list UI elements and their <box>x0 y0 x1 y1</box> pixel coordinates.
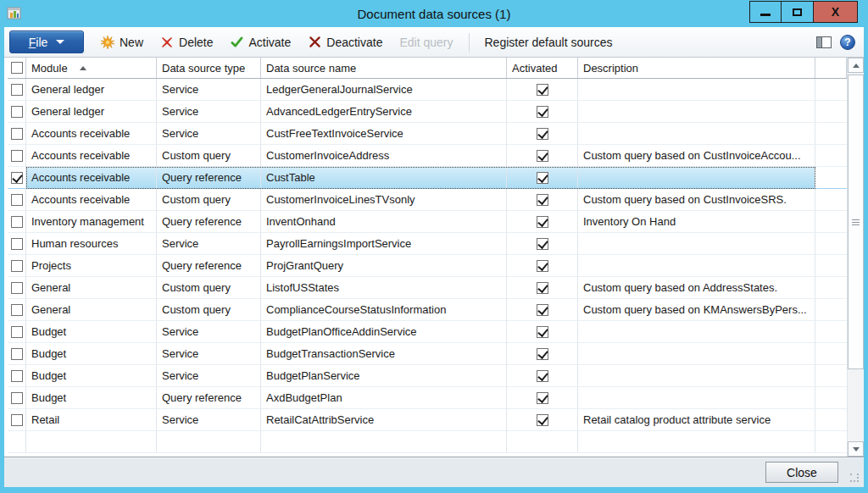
module-cell[interactable]: Inventory management <box>26 211 157 233</box>
activate-button[interactable]: Activate <box>221 30 299 54</box>
table-row[interactable]: Inventory management Query reference Inv… <box>8 211 847 233</box>
data-source-name-cell[interactable]: ProjGrantQuery <box>261 255 507 277</box>
description-cell[interactable] <box>578 321 815 343</box>
module-cell[interactable]: Accounts receivable <box>26 145 157 167</box>
row-gutter-cell[interactable] <box>8 101 26 123</box>
activated-checkbox[interactable] <box>537 238 548 250</box>
activated-cell[interactable] <box>507 321 578 343</box>
column-header-description[interactable]: Description <box>578 58 815 78</box>
activated-cell[interactable] <box>507 387 578 409</box>
data-source-name-cell[interactable]: AxdBudgetPlan <box>261 387 507 409</box>
description-cell[interactable] <box>578 167 815 189</box>
data-source-type-cell[interactable]: Query reference <box>157 387 261 409</box>
data-source-name-cell[interactable]: BudgetPlanService <box>261 365 507 387</box>
activated-checkbox[interactable] <box>537 304 548 316</box>
table-row[interactable]: General Custom query ListofUSStates Cust… <box>8 277 847 299</box>
column-header-data-source-name[interactable]: Data source name <box>261 58 507 78</box>
activated-checkbox[interactable] <box>537 392 548 404</box>
activated-checkbox[interactable] <box>537 348 548 360</box>
table-row[interactable]: Budget Service BudgetTransactionService <box>8 343 847 365</box>
empty-row[interactable] <box>8 431 847 453</box>
data-source-type-cell[interactable]: Custom query <box>157 189 261 211</box>
activated-cell[interactable] <box>507 145 578 167</box>
table-row[interactable]: General Custom query ComplianceCourseSta… <box>8 299 847 321</box>
row-gutter-cell[interactable] <box>8 233 26 255</box>
maximize-button[interactable] <box>782 1 814 23</box>
row-gutter-cell[interactable] <box>8 255 26 277</box>
module-cell[interactable]: Budget <box>26 387 157 409</box>
activated-checkbox[interactable] <box>537 260 548 272</box>
activated-checkbox[interactable] <box>537 326 548 338</box>
data-source-name-cell[interactable]: AdvancedLedgerEntryService <box>261 101 507 123</box>
column-header-module[interactable]: Module <box>26 58 157 78</box>
description-cell[interactable]: Inventory On Hand <box>578 211 815 233</box>
row-gutter-cell[interactable] <box>8 299 26 321</box>
row-gutter-cell[interactable] <box>8 167 26 189</box>
data-source-type-cell[interactable]: Service <box>157 79 261 101</box>
module-cell[interactable]: General ledger <box>26 79 157 101</box>
activated-checkbox[interactable] <box>537 106 548 118</box>
data-source-name-cell[interactable]: PayrollEarningsImportService <box>261 233 507 255</box>
scrollbar-track[interactable] <box>848 73 864 441</box>
activated-cell[interactable] <box>507 123 578 145</box>
module-cell[interactable]: Budget <box>26 365 157 387</box>
table-row[interactable]: Projects Query reference ProjGrantQuery <box>8 255 847 277</box>
minimize-button[interactable] <box>749 1 782 23</box>
data-source-name-cell[interactable]: ListofUSStates <box>261 277 507 299</box>
file-menu-button[interactable]: File <box>9 30 84 53</box>
select-all-checkbox[interactable] <box>11 62 23 74</box>
description-cell[interactable]: Custom query based on AddressStates. <box>578 277 815 299</box>
pane-toggle-icon[interactable] <box>816 36 832 48</box>
description-cell[interactable] <box>578 123 815 145</box>
description-cell[interactable]: Retail catalog product attribute service <box>578 409 815 431</box>
data-source-name-cell[interactable]: InventOnhand <box>261 211 507 233</box>
module-cell[interactable]: General ledger <box>26 101 157 123</box>
row-gutter-cell[interactable] <box>8 387 26 409</box>
data-source-name-cell[interactable]: CustomerInvoiceAddress <box>261 145 507 167</box>
description-cell[interactable]: Custom query based on KMAnswersByPers... <box>578 299 815 321</box>
row-gutter-cell[interactable] <box>8 123 26 145</box>
description-cell[interactable] <box>578 233 815 255</box>
activated-checkbox[interactable] <box>537 84 548 96</box>
data-source-name-cell[interactable]: RetailCatAttribService <box>261 409 507 431</box>
activated-cell[interactable] <box>507 167 578 189</box>
activated-checkbox[interactable] <box>537 282 548 294</box>
description-cell[interactable] <box>578 365 815 387</box>
data-source-type-cell[interactable]: Custom query <box>157 145 261 167</box>
activated-checkbox[interactable] <box>537 194 548 206</box>
activated-cell[interactable] <box>507 277 578 299</box>
row-select-checkbox[interactable] <box>11 326 23 338</box>
row-select-checkbox[interactable] <box>11 128 23 140</box>
row-gutter-cell[interactable] <box>8 211 26 233</box>
data-source-type-cell[interactable]: Service <box>157 409 261 431</box>
table-row[interactable]: Accounts receivable Custom query Custome… <box>8 189 847 211</box>
row-select-checkbox[interactable] <box>11 172 23 184</box>
activated-checkbox[interactable] <box>537 150 548 162</box>
description-cell[interactable]: Custom query based on CustInvoiceAccou..… <box>578 145 815 167</box>
table-row[interactable]: Budget Service BudgetPlanService <box>8 365 847 387</box>
row-select-checkbox[interactable] <box>11 260 23 272</box>
column-header-data-source-type[interactable]: Data source type <box>157 58 261 78</box>
close-button[interactable]: Close <box>765 462 838 483</box>
activated-cell[interactable] <box>507 365 578 387</box>
row-select-checkbox[interactable] <box>11 194 23 206</box>
module-cell[interactable]: Accounts receivable <box>26 123 157 145</box>
register-default-sources-button[interactable]: Register default sources <box>476 30 621 54</box>
row-select-checkbox[interactable] <box>11 238 23 250</box>
row-select-checkbox[interactable] <box>11 150 23 162</box>
data-source-name-cell[interactable]: ComplianceCourseStatusInformation <box>261 299 507 321</box>
data-source-type-cell[interactable]: Service <box>157 321 261 343</box>
row-select-checkbox[interactable] <box>11 348 23 360</box>
scrollbar-thumb[interactable] <box>848 75 864 369</box>
activated-cell[interactable] <box>507 409 578 431</box>
data-source-type-cell[interactable]: Query reference <box>157 255 261 277</box>
row-select-checkbox[interactable] <box>11 370 23 382</box>
description-cell[interactable]: Custom query based on CustInvoiceSRS. <box>578 189 815 211</box>
table-row[interactable]: Retail Service RetailCatAttribService Re… <box>8 409 847 431</box>
description-cell[interactable] <box>578 101 815 123</box>
data-source-name-cell[interactable]: CustTable <box>261 167 507 189</box>
table-row[interactable]: Budget Query reference AxdBudgetPlan <box>8 387 847 409</box>
activated-cell[interactable] <box>507 211 578 233</box>
close-window-button[interactable]: X <box>814 1 858 23</box>
activated-checkbox[interactable] <box>537 172 548 184</box>
